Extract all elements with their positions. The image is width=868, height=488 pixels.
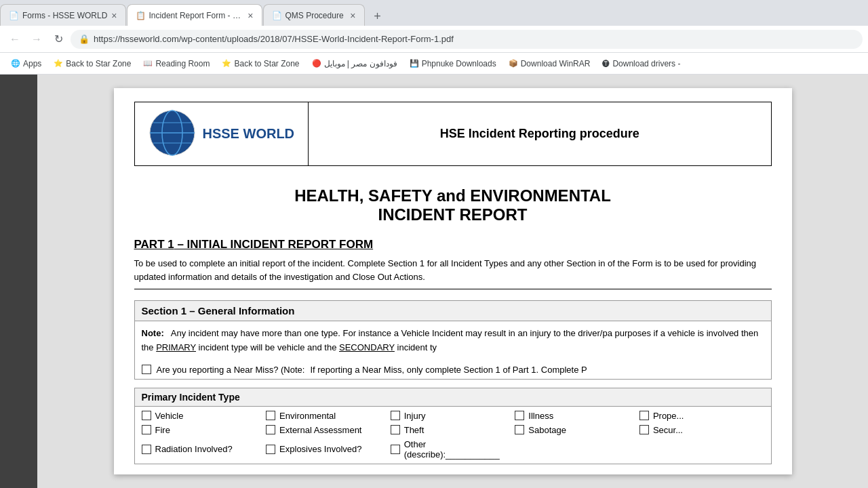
checkbox-theft[interactable] [391, 425, 400, 434]
back-button[interactable]: ← [5, 30, 24, 49]
tab-close-2[interactable]: × [248, 10, 253, 21]
label-external: External Assessment [279, 425, 361, 435]
part1-description: To be used to complete an initial report… [134, 257, 772, 289]
pdf-page: HSSE WORLD HSE Incident Reporting proced… [114, 88, 792, 474]
bookmark-favicon-reading: 📖 [143, 59, 153, 68]
main-title-line1: HEALTH, SAFETY and ENVIRONMENTAL [134, 186, 772, 205]
checkbox-illness[interactable] [515, 411, 524, 420]
bookmark-label-drivers: Download drivers - [612, 59, 680, 68]
incident-environmental: Environmental [266, 411, 391, 421]
bookmark-vodafone[interactable]: 🔴 فودافون مصر | موبايل [307, 57, 403, 70]
incident-secur: Secur... [639, 425, 764, 435]
note-text3: incident ty [397, 342, 437, 352]
incident-vehicle: Vehicle [142, 411, 267, 421]
tab-title-2: Incident Report Form - HSSE W... [149, 11, 244, 20]
bookmark-favicon-phpnuke: 💾 [410, 59, 419, 68]
incident-empty1 [515, 439, 639, 460]
bookmark-favicon-apps: 🌐 [11, 59, 20, 68]
bookmark-drivers[interactable]: 🅣 Download drivers - [597, 57, 686, 70]
incident-external: External Assessment [266, 425, 391, 435]
near-miss-checkbox[interactable] [142, 365, 151, 374]
checkbox-environmental[interactable] [266, 411, 275, 420]
reload-button[interactable]: ↻ [49, 30, 68, 49]
bookmark-label-reading: Reading Room [155, 59, 210, 68]
pdf-logo: HSSE WORLD [135, 102, 309, 165]
section1-header: Section 1 – General Information [135, 301, 771, 321]
tab-title-1: Forms - HSSE WORLD [22, 11, 107, 20]
label-environmental: Environmental [279, 411, 336, 421]
incident-type-section: Primary Incident Type Vehicle Environmen… [134, 388, 772, 464]
checkbox-explosives[interactable] [266, 445, 275, 454]
checkbox-external[interactable] [266, 425, 275, 434]
address-bar[interactable]: 🔒 https://hsseworld.com/wp-content/uploa… [71, 30, 863, 49]
bookmark-label-phpnuke: Phpnuke Downloads [422, 59, 496, 68]
label-vehicle: Vehicle [155, 411, 184, 421]
part1-suffix: – INITIAL INCIDENT REPORT FORM [174, 238, 373, 251]
checkbox-fire[interactable] [142, 425, 151, 434]
incident-type-grid: Vehicle Environmental Injury Illness [135, 407, 771, 464]
note-text2: incident type will be vehicle and the [199, 342, 337, 352]
content-area: HSSE WORLD HSE Incident Reporting proced… [0, 75, 868, 488]
tab-close-1[interactable]: × [111, 10, 117, 21]
tab-favicon-1: 📄 [9, 11, 18, 20]
checkbox-vehicle[interactable] [142, 411, 151, 420]
bookmark-star1[interactable]: ⭐ Back to Star Zone [48, 57, 136, 70]
incident-injury: Injury [391, 411, 515, 421]
tab-close-3[interactable]: × [350, 10, 355, 21]
checkbox-secur[interactable] [639, 425, 649, 434]
bookmark-label-vodafone: فودافون مصر | موبايل [324, 59, 397, 68]
checkbox-sabotage[interactable] [515, 425, 524, 434]
incident-illness: Illness [515, 411, 639, 421]
incident-theft: Theft [391, 425, 515, 435]
checkbox-prope[interactable] [639, 411, 649, 420]
incident-empty2 [639, 439, 764, 460]
address-text: https://hsseworld.com/wp-content/uploads… [94, 34, 854, 44]
tab-favicon-3: 📄 [272, 11, 281, 20]
bookmarks-bar: 🌐 Apps ⭐ Back to Star Zone 📖 Reading Roo… [0, 53, 868, 75]
bookmark-reading[interactable]: 📖 Reading Room [138, 57, 215, 70]
incident-sabotage: Sabotage [515, 425, 639, 435]
bookmark-phpnuke[interactable]: 💾 Phpnuke Downloads [404, 57, 502, 70]
tab-incident[interactable]: 📋 Incident Report Form - HSSE W... × [127, 4, 262, 26]
pdf-header: HSSE WORLD HSE Incident Reporting proced… [134, 102, 772, 166]
tab-qms[interactable]: 📄 QMS Procedure × [263, 4, 365, 26]
checkbox-injury[interactable] [391, 411, 400, 420]
nav-bar: ← → ↻ 🔒 https://hsseworld.com/wp-content… [0, 26, 868, 53]
primary-label: PRIMARY [156, 342, 196, 352]
bookmark-favicon-winrar: 📦 [509, 59, 518, 68]
bookmark-star2[interactable]: ⭐ Back to Star Zone [216, 57, 304, 70]
logo-text: HSSE WORLD [203, 126, 295, 142]
forward-button[interactable]: → [27, 30, 46, 49]
tab-forms[interactable]: 📄 Forms - HSSE WORLD × [0, 4, 126, 26]
pdf-header-title: HSE Incident Reporting procedure [309, 120, 770, 148]
bookmark-winrar[interactable]: 📦 Download WinRAR [503, 57, 596, 70]
checkbox-other[interactable] [391, 445, 400, 454]
tab-favicon-2: 📋 [136, 11, 145, 20]
bookmark-label-star2: Back to Star Zone [234, 59, 299, 68]
section1-box: Section 1 – General Information Note: An… [134, 300, 772, 380]
pdf-main: HSSE WORLD HSE Incident Reporting proced… [37, 75, 868, 488]
label-theft: Theft [404, 425, 425, 435]
near-miss-row: Are you reporting a Near Miss? (Note: If… [135, 361, 771, 379]
label-radiation: Radiation Involved? [155, 444, 233, 454]
section1-content: Note: Any incident may have more than on… [135, 321, 771, 361]
secondary-label: SECONDARY [339, 342, 395, 352]
bookmark-label-star1: Back to Star Zone [66, 59, 131, 68]
browser-chrome: 📄 Forms - HSSE WORLD × 📋 Incident Report… [0, 0, 868, 75]
tab-title-3: QMS Procedure [285, 11, 347, 20]
bookmark-favicon-drivers: 🅣 [602, 60, 610, 68]
bookmark-label-apps: Apps [23, 59, 41, 68]
bookmark-favicon-star2: ⭐ [222, 59, 231, 68]
new-tab-button[interactable]: + [368, 7, 387, 26]
note-label: Note: [142, 328, 164, 338]
main-title-line2: INCIDENT REPORT [134, 205, 772, 224]
logo-globe-icon [149, 109, 196, 157]
bookmark-favicon-star1: ⭐ [54, 59, 63, 68]
checkbox-radiation[interactable] [142, 445, 151, 454]
label-explosives: Explosives Involved? [279, 444, 361, 454]
pdf-main-title: HEALTH, SAFETY and ENVIRONMENTAL INCIDEN… [134, 186, 772, 224]
pdf-sidebar[interactable] [0, 75, 37, 488]
part1-label: PART 1 [134, 238, 174, 251]
bookmark-apps[interactable]: 🌐 Apps [5, 57, 47, 70]
incident-fire: Fire [142, 425, 267, 435]
